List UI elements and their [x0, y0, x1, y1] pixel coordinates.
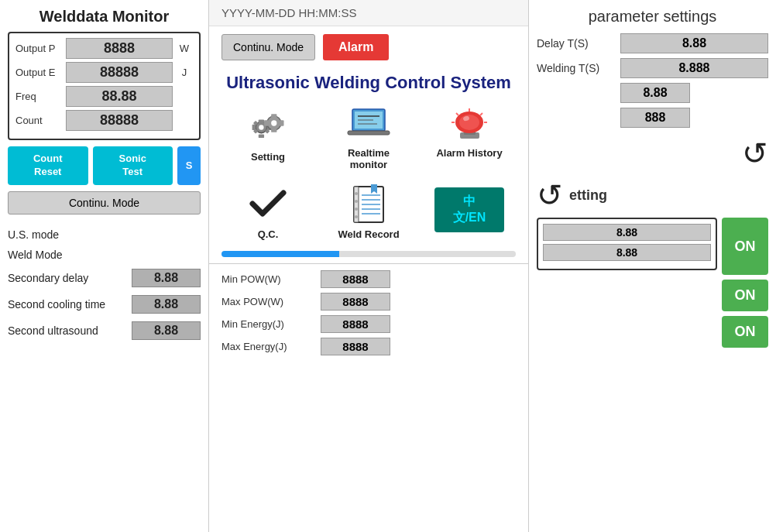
min-energy-value: 8888	[321, 315, 390, 333]
max-energy-label: Max Energy(J)	[221, 341, 314, 352]
min-pow-value: 8888	[321, 270, 390, 288]
back-arrow-button[interactable]: ↺	[742, 136, 768, 171]
output-e-row: Output E 88888 J	[15, 62, 193, 83]
nav-weld-record-label: Weld Record	[338, 228, 399, 240]
max-energy-row: Max Energy(J) 8888	[221, 338, 516, 355]
nav-language[interactable]: 中文/EN	[431, 183, 508, 240]
nav-weld-record[interactable]: Weld Record	[330, 183, 407, 240]
sonic-test-button[interactable]: SonicTest	[93, 146, 173, 185]
output-p-label: Output P	[15, 43, 66, 54]
count-reset-button[interactable]: CountReset	[8, 146, 88, 185]
setting-title: etting	[569, 187, 607, 204]
welddata-box: Output P 8888 W Output E 88888 J Freq 88…	[8, 32, 201, 140]
max-pow-label: Max POW(W)	[221, 296, 314, 307]
min-energy-label: Min Energy(J)	[221, 318, 314, 330]
count-row: Count 88888	[15, 110, 193, 131]
center-bottom-settings: Min POW(W) 8888 Max POW(W) 8888 Min Ener…	[209, 263, 528, 362]
us-mode-item: U.S. mode	[8, 228, 201, 241]
svg-rect-12	[271, 114, 276, 118]
min-pow-label: Min POW(W)	[221, 273, 314, 285]
secondary-delay-value: 8.88	[132, 269, 201, 287]
freq-row: Freq 88.88	[15, 86, 193, 107]
svg-point-36	[355, 208, 358, 211]
svg-rect-18	[348, 131, 390, 135]
svg-rect-14	[264, 120, 268, 125]
second-cooling-label: Second cooling time	[8, 298, 132, 311]
back-arrow-container: ↺	[537, 136, 768, 174]
on-btn-3-row: ON	[537, 316, 768, 348]
setting-value-1a: 8.88	[543, 224, 711, 241]
nav-alarm-history[interactable]: Alarm History	[431, 105, 508, 170]
welding-t-label: Welding T(S)	[537, 62, 614, 74]
welding-t-row: Welding T(S) 8.888	[537, 58, 768, 78]
param-value-3: 8.88	[620, 83, 690, 103]
freq-label: Freq	[15, 91, 66, 102]
min-energy-row: Min Energy(J) 8888	[221, 315, 516, 333]
continu-mode-left[interactable]: Continu. Mode	[8, 191, 201, 215]
max-pow-value: 8888	[321, 293, 390, 311]
secondary-delay-item: Secondary delay 8.88	[8, 269, 201, 287]
weld-mode-item: Weld Mode	[8, 249, 201, 261]
nav-row-2: Q.C.	[209, 178, 528, 245]
mode-section: U.S. mode Weld Mode Secondary delay 8.88…	[8, 222, 201, 354]
second-cooling-value: 8.88	[132, 295, 201, 314]
on-button-2[interactable]: ON	[722, 280, 768, 311]
nav-qc[interactable]: Q.C.	[229, 183, 307, 240]
on-btn-2-row: ON	[537, 280, 768, 311]
setting-row-1b: 8.88	[543, 244, 711, 261]
welddata-title: Welddata Monitor	[8, 8, 201, 26]
freq-value: 88.88	[66, 86, 173, 107]
setting-values-1: 8.88 8.88	[537, 218, 717, 270]
svg-point-35	[355, 200, 358, 203]
check-icon	[245, 183, 291, 225]
output-p-value: 8888	[66, 38, 173, 59]
output-p-unit: W	[176, 43, 193, 54]
svg-point-34	[355, 192, 358, 195]
nav-setting-label: Setting	[251, 151, 285, 163]
svg-line-29	[480, 113, 482, 115]
gear-icon	[245, 105, 291, 148]
output-e-label: Output E	[15, 67, 66, 78]
datetime-display: YYYY-MM-DD HH:MM:SS	[221, 6, 356, 19]
param-title: parameter settings	[537, 8, 768, 26]
on-button-3[interactable]: ON	[722, 316, 768, 348]
ultrasonic-title: Ultrasonic Welding Control System	[209, 73, 528, 93]
main-container: Welddata Monitor Output P 8888 W Output …	[0, 0, 776, 532]
max-energy-value: 8888	[321, 338, 390, 355]
secondary-delay-label: Secondary delay	[8, 272, 132, 284]
setting-row-1a: 8.88	[543, 224, 711, 241]
min-pow-row: Min POW(W) 8888	[221, 270, 516, 288]
language-button[interactable]: 中文/EN	[434, 187, 504, 232]
nav-row-1: Setting Realt	[209, 98, 528, 178]
nav-setting[interactable]: Setting	[229, 105, 307, 170]
extra-button[interactable]: S	[177, 146, 201, 185]
svg-rect-2	[258, 119, 263, 123]
notebook-icon	[345, 183, 392, 225]
center-panel: YYYY-MM-DD HH:MM:SS Continu. Mode Alarm …	[209, 0, 528, 532]
center-top-buttons: Continu. Mode Alarm	[209, 26, 528, 68]
setting-value-1b: 8.88	[543, 244, 711, 261]
back-arrow-2[interactable]: ↺	[537, 177, 563, 213]
svg-point-37	[355, 215, 358, 218]
alarm-icon	[448, 105, 491, 144]
welding-t-value: 8.888	[620, 58, 768, 78]
svg-rect-3	[258, 134, 263, 138]
output-e-unit: J	[176, 67, 193, 78]
param-value-4: 888	[620, 108, 690, 128]
second-ultrasound-value: 8.88	[132, 321, 201, 340]
action-buttons: CountReset SonicTest S	[8, 146, 201, 185]
max-pow-row: Max POW(W) 8888	[221, 293, 516, 311]
svg-point-1	[259, 125, 263, 129]
second-cooling-item: Second cooling time 8.88	[8, 295, 201, 314]
second-ultrasound-item: Second ultrasound 8.88	[8, 321, 201, 340]
horizontal-scrollbar[interactable]	[221, 251, 516, 257]
left-panel: Welddata Monitor Output P 8888 W Output …	[0, 0, 209, 532]
nav-realtime[interactable]: Realtime monitor	[330, 105, 407, 170]
us-mode-label: U.S. mode	[8, 228, 132, 241]
alarm-button[interactable]: Alarm	[323, 34, 389, 60]
on-button-1[interactable]: ON	[722, 218, 768, 275]
setting-section-1: 8.88 8.88 ON	[537, 218, 768, 275]
nav-qc-label: Q.C.	[258, 228, 279, 240]
continu-mode-center[interactable]: Continu. Mode	[221, 34, 315, 60]
svg-line-28	[456, 113, 458, 115]
